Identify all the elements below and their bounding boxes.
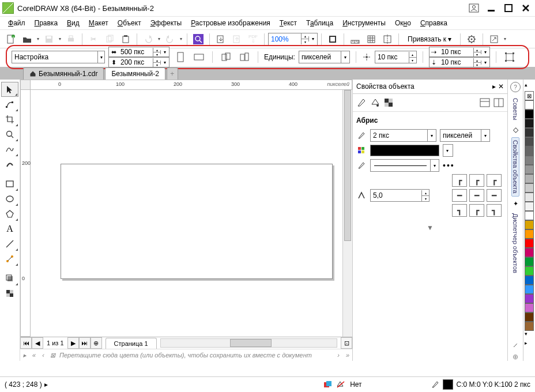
menu-file[interactable]: Файл [5,18,29,28]
snap-button[interactable]: Привязать к ▾ [402,32,457,46]
miter-limit[interactable]: ▴▾ [370,189,429,202]
units-combo[interactable]: ▾ [299,51,350,63]
launch-dropdown[interactable]: ▾ [503,36,507,42]
cut-button[interactable]: ✂ [86,32,101,47]
tab-add[interactable]: + [167,67,178,80]
zoom-input[interactable] [269,34,301,44]
drawing-canvas[interactable] [31,90,342,337]
corner-cap-grid[interactable]: ┏┏┏ ━━━ ┓┏┓ [452,174,504,217]
no-color-swatch[interactable]: ⊠ [48,352,57,359]
page-preset-combo[interactable]: ▾ [12,51,105,63]
ruler-vertical[interactable]: 200 0 [20,90,31,337]
vertical-scrollbar[interactable] [342,90,352,337]
palette-swatch-24[interactable] [525,322,534,331]
maximize-button[interactable] [502,2,515,14]
zoom-combo[interactable]: ▴▾ ▾ [268,33,318,46]
palette-swatch-9[interactable] [525,183,534,193]
dup-x[interactable]: ⇢▴▾▾ [429,47,490,57]
minimize-button[interactable] [484,2,498,14]
vtab-properties[interactable]: Свойства объекта [511,137,519,196]
palette-swatch-0[interactable] [525,100,534,110]
edit-style-button[interactable]: ••• [443,161,455,170]
palette-swatch-21[interactable] [525,294,534,303]
palette-swatch-16[interactable] [525,248,534,257]
outline-color-dropdown[interactable]: ▾ [443,144,453,157]
menu-help[interactable]: Справка [417,18,451,28]
vtab-manager[interactable]: Диспетчер объектов [512,211,519,276]
no-fill-swatch[interactable]: ⊠ [525,91,534,100]
menu-edit[interactable]: Правка [31,18,62,28]
page-prev[interactable]: ◀ [32,337,43,349]
panel-close-icon[interactable]: ✕ [498,82,504,91]
menu-effects[interactable]: Эффекты [147,18,186,28]
export-button[interactable] [229,32,244,47]
shape-tool[interactable] [1,97,18,112]
outline-swatch[interactable] [443,379,453,390]
palette-swatch-4[interactable] [525,137,534,146]
account-icon[interactable] [467,2,481,14]
rectangle-tool[interactable] [1,176,18,191]
import-button[interactable] [213,32,228,47]
palette-swatch-8[interactable] [525,174,534,183]
horizontal-scrollbar[interactable] [160,338,337,348]
vtab-eyedrop-icon[interactable]: ⟋ [512,341,519,349]
outline-tab-icon[interactable] [356,97,367,108]
palette-swatch-22[interactable] [525,303,534,312]
palette-swatch-18[interactable] [525,266,534,276]
tab-doc-2[interactable]: Безымянный-2 [105,67,165,80]
menu-bitmap[interactable]: Растровые изображения [187,18,274,28]
outline-units[interactable]: ▾ [440,129,490,142]
palette-swatch-15[interactable] [525,239,534,248]
expand-arrow[interactable]: ▼ [356,219,504,232]
zoom-tool[interactable] [1,127,18,142]
menu-text[interactable]: Текст [276,18,300,28]
search-content-button[interactable] [191,32,206,47]
menu-layout[interactable]: Макет [85,18,112,28]
palette-swatch-6[interactable] [525,156,534,165]
save-dropdown[interactable]: ▾ [58,36,62,42]
palette-swatch-13[interactable] [525,220,534,229]
page-first[interactable]: ⏮ [20,337,32,349]
launch-button[interactable] [487,32,502,47]
rulers-button[interactable] [348,32,363,47]
dup-y[interactable]: ⇣▴▾▾ [429,57,490,67]
ellipse-tool[interactable] [1,191,18,206]
transparency-tab-icon[interactable] [384,98,393,107]
text-tool[interactable]: A [1,221,18,236]
fill-none-icon[interactable] [336,380,346,389]
palette-swatch-1[interactable] [525,110,534,119]
palette-swatch-23[interactable] [525,312,534,322]
options-button[interactable] [464,32,479,47]
palette-swatch-7[interactable] [525,165,534,174]
landscape-button[interactable] [191,50,206,65]
nudge-field[interactable]: ▴▾ [375,51,417,63]
menu-table[interactable]: Таблица [303,18,337,28]
page-height[interactable]: ⬍▴▾▾ [108,57,169,67]
crop-tool[interactable] [1,112,18,127]
artistic-media-tool[interactable] [1,157,18,172]
paste-button[interactable] [118,32,133,47]
menu-view[interactable]: Вид [63,18,83,28]
current-page-button[interactable] [237,50,252,65]
drop-shadow-tool[interactable] [1,271,18,286]
page-next[interactable]: ▶ [67,337,79,349]
menu-object[interactable]: Объект [114,18,145,28]
palette-menu[interactable]: ▸ [525,340,534,349]
palette-swatch-11[interactable] [525,202,534,211]
polygon-tool[interactable] [1,206,18,221]
palette-scroll-down[interactable]: ▾ [525,331,534,340]
portrait-button[interactable] [173,50,188,65]
outline-color-swatch[interactable] [370,145,439,156]
redo-button[interactable] [163,32,178,47]
page-last[interactable]: ⏭ [79,337,91,349]
pdf-button[interactable]: PDF⇩ [246,32,261,47]
menu-tools[interactable]: Инструменты [339,18,389,28]
panel-lock-icon[interactable]: ▸ [492,82,496,91]
tab-doc-1[interactable]: Безымянный-1.cdr [23,67,104,80]
help-icon[interactable]: ? [510,82,521,92]
undo-dropdown[interactable]: ▾ [157,36,161,42]
vtab-hints[interactable]: Советы [512,96,519,122]
save-button[interactable] [42,32,56,47]
new-button[interactable]: + [3,32,18,47]
panel-view-1[interactable] [480,98,490,107]
